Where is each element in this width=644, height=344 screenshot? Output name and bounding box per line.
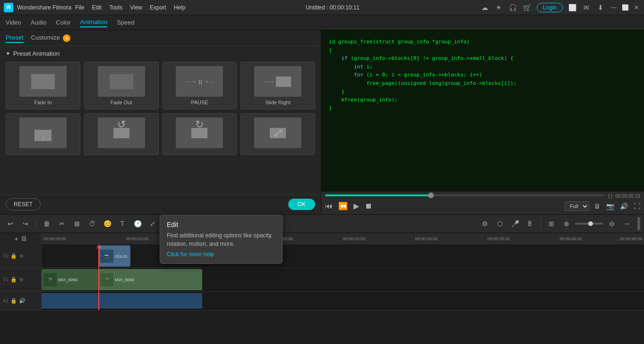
tab-video[interactable]: Video bbox=[6, 18, 21, 27]
zoom-in-button[interactable]: ⊕ bbox=[560, 217, 573, 230]
skip-back-button[interactable]: ⏮ bbox=[325, 202, 333, 210]
anim-card-slide-up[interactable]: ↑ bbox=[6, 113, 80, 155]
preset-header[interactable]: ▼ Preset Animation bbox=[6, 50, 315, 57]
cut-button[interactable]: ✂ bbox=[55, 217, 69, 230]
text-button[interactable]: T bbox=[116, 217, 129, 230]
track-content-v1[interactable]: 🎬 MVI_0093 🎬 MVI_0069 bbox=[42, 268, 644, 291]
fullscreen-icon[interactable]: ⛶ bbox=[634, 202, 640, 210]
audio-mix-button[interactable]: 🎚 bbox=[524, 217, 537, 230]
login-button[interactable]: Login bbox=[537, 3, 563, 12]
tab-speed[interactable]: Speed bbox=[117, 18, 135, 27]
play-button[interactable]: ▶ bbox=[353, 201, 359, 210]
crop-button[interactable]: ⊠ bbox=[70, 217, 84, 230]
titlebar-menu: File Edit Tools View Export Help bbox=[75, 4, 185, 11]
settings-button[interactable]: ⚙ bbox=[478, 217, 491, 230]
close-button[interactable]: ✕ bbox=[633, 4, 640, 11]
track-lock-v2[interactable]: 🔒 bbox=[10, 253, 17, 259]
anim-card-slide-right[interactable]: ···→ Slide Right bbox=[240, 62, 315, 109]
reset-button[interactable]: RESET bbox=[6, 198, 41, 210]
tab-animation[interactable]: Animation bbox=[80, 17, 107, 27]
scissors-badge: ✂ bbox=[96, 244, 102, 251]
clip-v1-2[interactable]: 🎬 MVI_0069 bbox=[98, 269, 202, 290]
menu-help[interactable]: Help bbox=[174, 4, 186, 11]
clip-thumb: 📷 bbox=[100, 250, 113, 263]
track-lock-v1[interactable]: 🔒 bbox=[10, 277, 17, 283]
ok-button[interactable]: OK bbox=[288, 199, 315, 210]
anim-preview-pause: ···→ || →·· bbox=[176, 66, 223, 97]
menu-view[interactable]: View bbox=[130, 4, 142, 11]
minimize-button[interactable]: — bbox=[610, 4, 618, 11]
bookmark-icon[interactable]: ⬜ bbox=[567, 3, 577, 12]
stop-button[interactable]: ⏹ bbox=[365, 202, 372, 210]
track-content-a1[interactable] bbox=[42, 292, 644, 310]
anim-card-spin[interactable]: ↺ bbox=[84, 113, 159, 155]
subtab-preset[interactable]: Preset bbox=[6, 33, 24, 43]
track-lock-a1[interactable]: 🔒 bbox=[10, 298, 17, 304]
tooltip-link[interactable]: Click for more help bbox=[167, 251, 214, 258]
menu-file[interactable]: File bbox=[75, 4, 84, 11]
toolbar-separator-1 bbox=[36, 219, 36, 228]
anim-preview-fade-out bbox=[98, 66, 145, 97]
timeline-header: + ⛓ 00:00:05:00 00:00:10:00 00:00:15:00 … bbox=[0, 233, 644, 244]
track-eye-v2[interactable]: 👁 bbox=[19, 253, 24, 259]
progress-thumb bbox=[428, 193, 434, 198]
menu-tools[interactable]: Tools bbox=[109, 4, 122, 11]
step-back-button[interactable]: ⏪ bbox=[338, 201, 348, 210]
anim-card-pause[interactable]: ···→ || →·· PAUSE bbox=[163, 62, 237, 109]
fade-out-visual bbox=[110, 74, 133, 89]
cart-icon[interactable]: 🛒 bbox=[523, 3, 532, 12]
anim-card-fade-out[interactable]: Fade Out bbox=[84, 62, 159, 109]
zoom-slider[interactable] bbox=[575, 223, 603, 225]
track-content-v2[interactable]: 📷 v1s.co ✂ bbox=[42, 244, 644, 268]
anim-label-pause: PAUSE bbox=[191, 100, 208, 105]
anim-preview-spin: ↺ bbox=[98, 117, 145, 148]
sun-icon[interactable]: ☀ bbox=[494, 3, 504, 12]
left-panel: Preset Customize ★ ▼ Preset Animation Fa… bbox=[0, 30, 321, 214]
volume-icon[interactable]: 🔊 bbox=[620, 202, 628, 210]
playback-bar: { } 00:00:05:19 ⏮ ⏪ ▶ ⏹ Full 🖥 bbox=[321, 191, 644, 214]
subtab-customize[interactable]: Customize ★ bbox=[31, 33, 70, 43]
anim-card-spin2[interactable]: ↻ bbox=[163, 113, 237, 155]
undo-button[interactable]: ↩ bbox=[4, 217, 17, 230]
playback-controls: ⏮ ⏪ ▶ ⏹ bbox=[325, 200, 372, 212]
zoom-thumb bbox=[588, 221, 593, 226]
mic-button[interactable]: 🎤 bbox=[508, 217, 522, 230]
track-volume-a1[interactable]: 🔊 bbox=[19, 298, 26, 304]
ruler-mark-5: 00:00:30:00 bbox=[415, 236, 438, 241]
fit-button[interactable]: ↔ bbox=[620, 217, 634, 230]
headset-icon[interactable]: 🎧 bbox=[508, 3, 518, 12]
email-icon[interactable]: ✉ bbox=[582, 3, 591, 12]
clip-v2-1[interactable]: 📷 v1s.co bbox=[98, 245, 130, 267]
anim-card-enlarge[interactable]: ⤢ bbox=[240, 113, 315, 155]
screenshot-icon[interactable]: 📷 bbox=[606, 202, 614, 210]
add-track-button[interactable]: + bbox=[14, 235, 18, 243]
sub-tabs: Preset Customize ★ bbox=[0, 30, 321, 46]
menu-edit[interactable]: Edit bbox=[92, 4, 102, 11]
delete-button[interactable]: 🗑 bbox=[40, 217, 53, 230]
link-icon[interactable]: ⛓ bbox=[21, 235, 27, 242]
clock-button[interactable]: 🕐 bbox=[131, 217, 144, 230]
sticker-button[interactable]: 😊 bbox=[101, 217, 114, 230]
expand-button[interactable]: ⤢ bbox=[146, 217, 159, 230]
zoom-out-button[interactable]: ⊖ bbox=[605, 217, 618, 230]
mask-button[interactable]: ⬡ bbox=[493, 217, 507, 230]
snap-button[interactable]: ⊞ bbox=[545, 217, 558, 230]
maximize-button[interactable]: ⬜ bbox=[621, 4, 629, 11]
quality-select[interactable]: Full bbox=[565, 201, 589, 211]
tab-color[interactable]: Color bbox=[56, 18, 70, 27]
tab-audio[interactable]: Audio bbox=[31, 18, 46, 27]
cloud-icon[interactable]: ☁ bbox=[480, 3, 489, 12]
screen-icon[interactable]: 🖥 bbox=[594, 202, 601, 210]
timeline-ruler[interactable]: 00:00:05:00 00:00:10:00 00:00:15:00 00:0… bbox=[42, 233, 644, 244]
clip-v1-1[interactable]: 🎬 MVI_0093 bbox=[42, 269, 98, 290]
progress-bar[interactable] bbox=[325, 194, 604, 196]
anim-preview-fade-in bbox=[19, 66, 67, 97]
track-eye-v1[interactable]: 👁 bbox=[19, 277, 24, 283]
menu-export[interactable]: Export bbox=[150, 4, 166, 11]
panel-resize[interactable] bbox=[637, 217, 640, 230]
anim-card-fade-in[interactable]: Fade In bbox=[6, 62, 80, 109]
ruler-mark-6: 00:00:35:00 bbox=[488, 236, 510, 241]
timer-button[interactable]: ⏱ bbox=[86, 217, 99, 230]
redo-button[interactable]: ↪ bbox=[19, 217, 32, 230]
download-icon[interactable]: ⬇ bbox=[596, 3, 605, 12]
